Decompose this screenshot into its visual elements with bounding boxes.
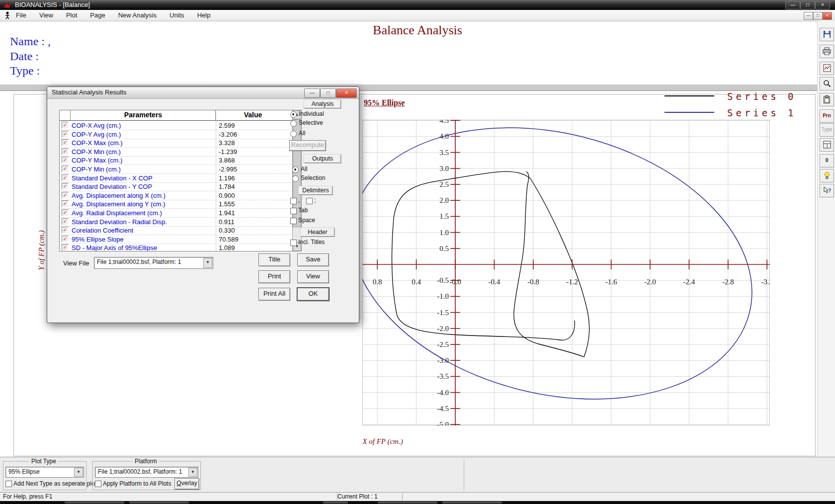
svg-text:?: ? xyxy=(828,188,831,193)
semicolon-delimiter-checkbox[interactable] xyxy=(306,198,313,204)
menu-view[interactable]: View xyxy=(36,10,56,21)
table-row[interactable]: ✓Standard Deviation - Y COP1.784 xyxy=(60,182,293,191)
table-row[interactable]: ✓Corelation Coefficient0.330 xyxy=(60,226,293,235)
table-row[interactable]: ✓COP-Y Avg (cm.)-3.206 xyxy=(60,130,293,139)
dialog-minimize-button[interactable]: — xyxy=(304,88,320,98)
incl-titles-checkbox[interactable] xyxy=(290,240,297,246)
menu-plot[interactable]: Plot xyxy=(63,10,80,21)
row-checkbox[interactable]: ✓ xyxy=(62,122,69,129)
ok-button[interactable]: OK xyxy=(297,288,329,301)
row-checkbox[interactable]: ✓ xyxy=(62,139,69,146)
row-checkbox[interactable]: ✓ xyxy=(62,192,69,199)
table-row[interactable]: ✓Avg. Radial Displacement (cm.)1.941 xyxy=(60,208,293,218)
row-checkbox[interactable]: ✓ xyxy=(62,157,69,164)
save-dialog-button[interactable]: Save xyxy=(297,253,329,266)
row-checkbox[interactable]: ✓ xyxy=(62,236,69,243)
legend-line-swatch xyxy=(665,95,714,96)
analysis-individual-radio[interactable] xyxy=(290,111,297,118)
dialog-title-bar[interactable]: Statiscial Analysis Results — □ × xyxy=(47,87,359,99)
parameters-table[interactable]: Parameters Value ✓COP-X Avg (cm.)2.599✓C… xyxy=(59,110,293,252)
layout-button[interactable] xyxy=(820,138,834,152)
window-minimize-button[interactable]: — xyxy=(785,1,800,9)
tab-delimiter-checkbox[interactable] xyxy=(290,208,297,214)
analysis-selective-radio[interactable] xyxy=(290,120,297,127)
prn-button[interactable]: Prn xyxy=(820,109,834,123)
row-checkbox[interactable]: ✓ xyxy=(62,174,69,181)
row-checkbox[interactable]: ✓ xyxy=(62,166,69,172)
magnifier-icon xyxy=(823,80,831,87)
row-checkbox[interactable]: ✓ xyxy=(62,227,69,234)
zoom-button[interactable] xyxy=(820,77,834,90)
outputs-selection-radio[interactable] xyxy=(292,175,299,182)
platform-dropdown-icon[interactable]: ▼ xyxy=(188,468,197,477)
plot-type-combo[interactable]: 95% Ellipse ▼ xyxy=(5,467,84,478)
space-delimiter-checkbox[interactable] xyxy=(290,218,297,224)
analysis-all-radio[interactable] xyxy=(290,131,297,137)
parameter-name: COP-Y Min (cm.) xyxy=(72,166,121,173)
parameter-name: Standard Deviation - Radial Disp. xyxy=(72,218,167,226)
table-row[interactable]: ✓COP-Y Min (cm.)-2.995 xyxy=(60,165,293,174)
overlay-button[interactable]: Overlay xyxy=(174,478,199,490)
menu-units[interactable]: Units xyxy=(167,10,187,21)
table-row[interactable]: ✓95% Ellipse Slope70.589 xyxy=(60,235,293,244)
table-row[interactable]: ✓SD - Major Axis of 95%Ellipse1.089 xyxy=(60,243,293,252)
svg-text:-2.8: -2.8 xyxy=(722,278,734,286)
comma-delimiter-checkbox[interactable] xyxy=(290,198,297,204)
row-checkbox[interactable]: ✓ xyxy=(62,244,69,251)
recompute-button[interactable]: Recompute xyxy=(289,140,326,151)
child-close-button[interactable]: × xyxy=(823,12,832,20)
table-row[interactable]: ✓Avg. Displacement along X (cm.)0.900 xyxy=(60,191,293,200)
table-row[interactable]: ✓Avg. Displacement along Y (cm.)1.555 xyxy=(60,199,293,209)
platform-combo[interactable]: File 1;trial00002.bsf, Platform: 1 ▼ xyxy=(95,467,198,478)
tips-button[interactable] xyxy=(820,169,834,182)
menu-new-analysis[interactable]: New Analysis xyxy=(115,10,160,21)
copy-button[interactable] xyxy=(820,93,834,106)
child-minimize-button[interactable]: — xyxy=(804,12,813,20)
help-arrow-icon: ? xyxy=(823,186,831,194)
plot-type-dropdown-icon[interactable]: ▼ xyxy=(74,468,83,477)
window-close-button[interactable]: × xyxy=(815,1,830,9)
row-checkbox[interactable]: ✓ xyxy=(62,148,69,155)
menu-page[interactable]: Page xyxy=(87,10,108,21)
menu-file[interactable]: File xyxy=(13,10,29,21)
parameter-value: 3.328 xyxy=(219,139,235,147)
row-checkbox[interactable]: ✓ xyxy=(62,209,69,216)
plot-report-button[interactable] xyxy=(820,62,834,75)
dialog-close-button[interactable]: × xyxy=(336,88,357,98)
print-dialog-button[interactable]: Print xyxy=(258,270,290,283)
table-row[interactable]: ✓COP-X Avg (cm.)2.599 xyxy=(60,121,293,130)
right-toolbar: Prn Type 0 ? xyxy=(817,21,835,492)
window-maximize-button[interactable]: □ xyxy=(800,1,815,9)
print-all-button[interactable]: Print All xyxy=(258,288,290,301)
row-checkbox[interactable]: ✓ xyxy=(62,200,69,207)
platform-group-title: Platform xyxy=(133,458,159,465)
outputs-all-radio[interactable] xyxy=(292,167,299,173)
row-checkbox[interactable]: ✓ xyxy=(62,183,69,190)
table-row[interactable]: ✓Standard Deviation - Radial Disp.0.911 xyxy=(60,217,293,227)
view-button[interactable]: View xyxy=(297,270,329,283)
view-file-dropdown-icon[interactable]: ▼ xyxy=(203,258,212,268)
menu-help[interactable]: Help xyxy=(194,10,214,21)
zero-button[interactable]: 0 xyxy=(820,154,834,168)
table-row[interactable]: ✓COP-X Max (cm.)3.328 xyxy=(60,138,293,148)
view-file-combo[interactable]: File 1;trial00002.bsf, Platform: 1 ▼ xyxy=(94,257,213,269)
context-help-button[interactable]: ? xyxy=(820,184,834,197)
save-button[interactable] xyxy=(820,28,834,41)
table-row[interactable]: ✓COP-Y Max (cm.)3.868 xyxy=(60,156,293,165)
menu-bar: FileViewPlotPageNew AnalysisUnitsHelp — … xyxy=(0,10,835,21)
add-next-type-checkbox[interactable] xyxy=(5,481,12,487)
dialog-restore-button[interactable]: □ xyxy=(320,88,336,98)
apply-platform-checkbox[interactable] xyxy=(95,481,101,487)
child-restore-button[interactable]: □ xyxy=(813,12,823,20)
row-checkbox[interactable]: ✓ xyxy=(62,218,69,225)
title-button[interactable]: Title xyxy=(258,253,290,266)
outputs-group-title: Outputs xyxy=(304,155,341,163)
parameter-value: 0.330 xyxy=(219,227,235,234)
legend-line-swatch xyxy=(665,112,714,113)
table-row[interactable]: ✓COP-X Min (cm.)-1.239 xyxy=(60,147,293,157)
print-button[interactable] xyxy=(820,45,834,58)
incl-titles-label: Incl. Titles xyxy=(298,239,325,246)
table-row[interactable]: ✓Standard Deviation - X COP1.196 xyxy=(60,173,293,183)
type-button[interactable]: Type xyxy=(820,123,834,137)
row-checkbox[interactable]: ✓ xyxy=(62,131,69,138)
